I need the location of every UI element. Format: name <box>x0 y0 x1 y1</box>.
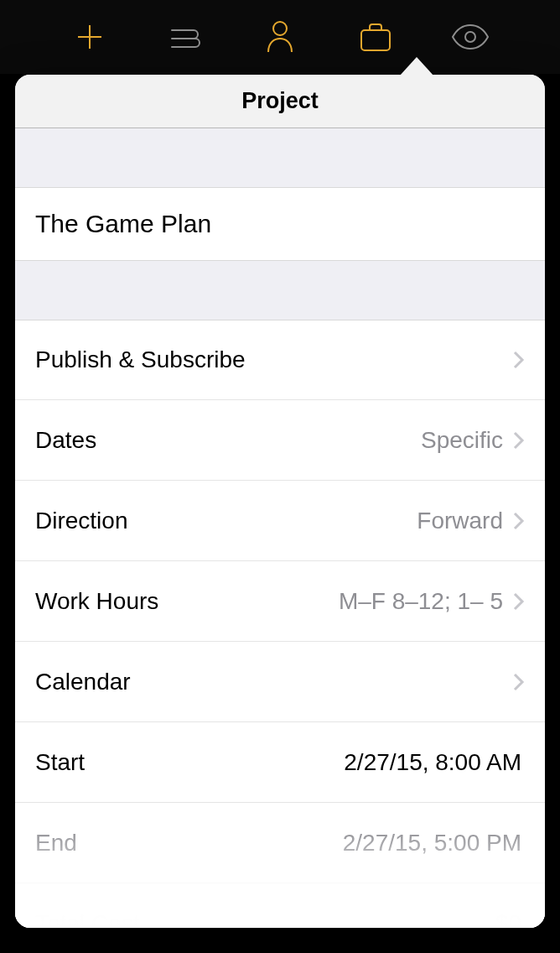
briefcase-icon[interactable] <box>355 16 397 58</box>
popover-header: Project <box>15 75 545 128</box>
setting-row[interactable]: Total Cost$0 <box>15 883 545 928</box>
setting-row[interactable]: Calendar <box>15 642 545 722</box>
row-label: Dates <box>35 427 421 454</box>
top-toolbar <box>0 0 560 74</box>
person-icon[interactable] <box>259 16 301 58</box>
project-name-row[interactable]: The Game Plan <box>15 187 545 261</box>
setting-row[interactable]: Publish & Subscribe <box>15 320 545 400</box>
setting-row[interactable]: DirectionForward <box>15 481 545 561</box>
row-value: 2/27/15, 8:00 AM <box>344 749 521 776</box>
svg-rect-3 <box>361 30 390 50</box>
row-label: End <box>35 830 343 857</box>
chevron-right-icon <box>513 430 525 450</box>
row-label: Start <box>35 749 344 776</box>
chevron-right-icon <box>513 350 525 370</box>
svg-point-2 <box>273 22 287 35</box>
setting-row[interactable]: Start2/27/15, 8:00 AM <box>15 722 545 803</box>
project-popover: Project The Game Plan Publish & Subscrib… <box>15 75 545 928</box>
setting-row[interactable]: End2/27/15, 5:00 PM <box>15 803 545 883</box>
section-gap <box>15 128 545 187</box>
row-value: 2/27/15, 5:00 PM <box>343 830 521 857</box>
setting-row[interactable]: DatesSpecific <box>15 400 545 481</box>
row-value: Specific <box>421 427 503 454</box>
project-name-label: The Game Plan <box>35 210 211 238</box>
row-value: $0 <box>495 910 521 929</box>
section-gap <box>15 261 545 320</box>
settings-rows: Publish & SubscribeDatesSpecificDirectio… <box>15 320 545 928</box>
row-label: Calendar <box>35 669 513 695</box>
chevron-right-icon <box>513 591 525 612</box>
row-label: Work Hours <box>35 588 339 615</box>
row-label: Publish & Subscribe <box>35 346 513 373</box>
lines-icon[interactable] <box>163 16 205 58</box>
plus-icon[interactable] <box>69 16 111 58</box>
svg-point-4 <box>465 32 475 42</box>
setting-row[interactable]: Work HoursM–F 8–12; 1– 5 <box>15 561 545 642</box>
chevron-right-icon <box>513 672 525 692</box>
row-label: Direction <box>35 508 417 534</box>
popover-arrow <box>400 57 433 76</box>
chevron-right-icon <box>513 511 525 531</box>
popover-title: Project <box>241 88 319 114</box>
row-label: Total Cost <box>35 910 495 929</box>
row-value: M–F 8–12; 1– 5 <box>339 588 503 615</box>
row-value: Forward <box>417 508 503 534</box>
eye-icon[interactable] <box>449 16 491 58</box>
